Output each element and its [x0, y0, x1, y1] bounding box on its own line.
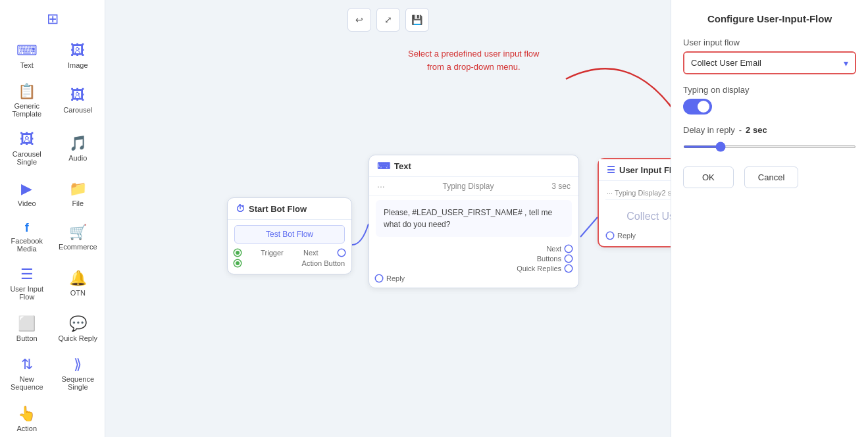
sidebar-item-label: User Input Flow	[5, 285, 49, 301]
uif-collect-label: Collect User Email	[605, 204, 671, 229]
typing-label: Typing on display	[683, 85, 856, 95]
uif-title: User Input Flow	[619, 165, 671, 175]
text-node-icon: ⌨	[377, 161, 390, 171]
panel-title: Configure User-Input-Flow	[683, 13, 856, 24]
sidebar-item-label: Facebook Media	[5, 237, 49, 253]
sidebar-item-action[interactable]: 👆 Action	[3, 399, 51, 437]
facebook-icon: f	[25, 221, 29, 235]
action-port-dot	[234, 260, 241, 267]
sidebar-item-label: Sequence Single	[57, 375, 100, 391]
sidebar-item-label: Text	[20, 61, 34, 69]
action-port-row: Action Button	[234, 258, 345, 269]
delay-value: 2 sec	[746, 125, 767, 135]
quick-reply-icon: 💬	[69, 315, 87, 332]
sidebar-item-sequence-single[interactable]: ⟫ Sequence Single	[54, 351, 103, 396]
start-node-icon: ⏱	[236, 203, 245, 214]
save-button[interactable]: 💾	[405, 8, 429, 32]
typing-toggle[interactable]	[683, 99, 712, 115]
user-input-flow-icon: ☰	[20, 266, 34, 283]
sequence-single-icon: ⟫	[74, 356, 82, 373]
node-start-bot-flow[interactable]: ⏱ Start Bot Flow Test Bot Flow Trigger N…	[227, 197, 352, 274]
annotation-text: Select a predefined user input flow from…	[408, 47, 539, 73]
fit-button[interactable]: ⤢	[376, 8, 400, 32]
delay-label: Delay in reply	[683, 125, 735, 135]
uif-reply-port	[607, 232, 613, 239]
uif-reply-label: Reply	[617, 232, 636, 240]
next-port-dot	[338, 249, 345, 256]
reply-port	[376, 275, 382, 282]
node-start-header: ⏱ Start Bot Flow	[228, 198, 351, 220]
trigger-label: Trigger	[261, 249, 283, 257]
typing-toggle-row	[683, 99, 856, 115]
sidebar-item-text[interactable]: ⌨ Text	[3, 36, 51, 75]
video-icon: ▶	[21, 180, 32, 197]
new-sequence-icon: ⇅	[21, 356, 33, 373]
test-bot-flow-button[interactable]: Test Bot Flow	[234, 225, 345, 244]
sidebar-item-new-sequence[interactable]: ⇅ New Sequence	[3, 351, 51, 396]
sidebar-item-image[interactable]: 🖼 Image	[54, 36, 103, 75]
toggle-slider	[683, 99, 712, 115]
node-text[interactable]: ⌨ Text ··· Typing Display 3 sec Please, …	[369, 155, 579, 288]
delay-slider[interactable]	[683, 145, 856, 148]
action-icon: 👆	[18, 405, 36, 423]
sidebar-item-otn[interactable]: 🔔 OTN	[54, 261, 103, 306]
typing-section: Typing on display	[683, 85, 856, 115]
carousel-single-icon: 🖼	[20, 131, 34, 148]
sidebar-item-label: Video	[18, 199, 36, 207]
flow-select-wrap[interactable]: Collect User Email Collect Phone Collect…	[683, 51, 856, 74]
typing-sec: 3 sec	[551, 182, 571, 191]
sidebar-item-quick-reply[interactable]: 💬 Quick Reply	[54, 309, 103, 348]
delay-section: Delay in reply - 2 sec	[683, 125, 856, 151]
sidebar-item-label: Generic Template	[5, 102, 49, 118]
generic-template-icon: 📋	[18, 83, 36, 100]
sidebar-item-file[interactable]: 📁 File	[54, 174, 103, 213]
sidebar-item-audio[interactable]: 🎵 Audio	[54, 126, 103, 171]
buttons-port-label: Buttons	[537, 255, 561, 263]
delay-slider-wrap	[683, 139, 856, 151]
sidebar-header: ⊞	[3, 5, 102, 36]
quick-replies-port	[565, 265, 572, 272]
node-user-input-flow[interactable]: ☰ User Input Flow ··· Typing Display2 se…	[598, 158, 671, 247]
sidebar-item-generic-template[interactable]: 📋 Generic Template	[3, 78, 51, 123]
button-icon: ⬜	[18, 315, 36, 332]
next-port-row: Next	[376, 245, 572, 253]
sidebar-item-label: OTN	[70, 289, 86, 297]
sidebar-item-label: Image	[68, 61, 88, 69]
flow-select[interactable]: Collect User Email Collect Phone Collect…	[684, 53, 855, 73]
delay-row: Delay in reply - 2 sec	[683, 125, 856, 135]
ok-button[interactable]: OK	[683, 167, 734, 188]
quick-replies-label: Quick Replies	[517, 265, 561, 272]
text-node-ports: Next Buttons Quick Replies Reply	[369, 241, 578, 288]
sidebar-item-carousel[interactable]: 🖼 Carousel	[54, 78, 103, 123]
file-icon: 📁	[69, 180, 87, 197]
trigger-port-dot	[234, 249, 241, 256]
sidebar-item-video[interactable]: ▶ Video	[3, 174, 51, 213]
cancel-button[interactable]: Cancel	[744, 167, 798, 188]
sidebar-item-facebook-media[interactable]: f Facebook Media	[3, 216, 51, 258]
typing-dots: ···	[377, 181, 385, 192]
reply-port-row: Reply	[376, 274, 572, 282]
image-icon: 🖼	[70, 42, 85, 59]
sidebar-item-ecommerce[interactable]: 🛒 Ecommerce	[54, 216, 103, 258]
reset-button[interactable]: ↩	[347, 8, 371, 32]
uif-header: ☰ User Input Flow	[599, 159, 671, 181]
sidebar-item-button[interactable]: ⬜ Button	[3, 309, 51, 348]
panel-buttons: OK Cancel	[683, 167, 856, 188]
otn-icon: 🔔	[69, 270, 87, 287]
sidebar-item-user-input-flow[interactable]: ☰ User Input Flow	[3, 261, 51, 306]
sidebar-item-label: File	[72, 199, 84, 207]
node-text-title: Text	[394, 161, 411, 171]
text-node-message: Please, #LEAD_USER_FIRST_NAME# , tell me…	[376, 200, 572, 237]
node-start-body: Test Bot Flow Trigger Next Action Button	[228, 220, 351, 274]
sidebar-item-label: Button	[16, 334, 38, 342]
text-icon: ⌨	[16, 42, 38, 59]
next-label: Next	[303, 249, 319, 257]
next-port	[565, 245, 572, 252]
uif-node-icon: ☰	[607, 165, 615, 175]
buttons-port	[565, 255, 572, 262]
sidebar-item-carousel-single[interactable]: 🖼 Carousel Single	[3, 126, 51, 171]
uif-typing-display: ··· Typing Display2 sec	[605, 186, 671, 200]
audio-icon: 🎵	[69, 135, 87, 152]
sidebar-item-label: Ecommerce	[59, 243, 97, 251]
sidebar-item-label: Carousel	[63, 106, 92, 114]
